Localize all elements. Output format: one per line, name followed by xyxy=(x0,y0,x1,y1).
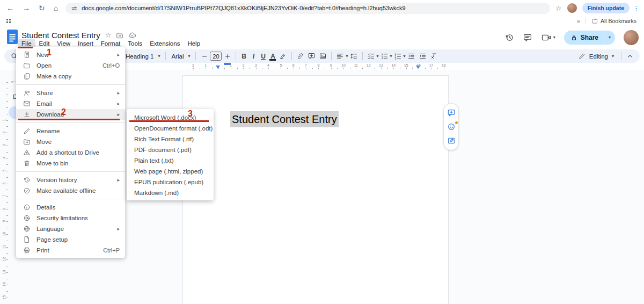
increase-indent-icon[interactable] xyxy=(417,50,428,62)
video-call-caret-icon[interactable]: ▾ xyxy=(553,35,555,40)
forward-icon[interactable]: → xyxy=(23,4,30,12)
download-format-item[interactable]: Web page (.html, zipped) xyxy=(127,166,214,177)
editing-mode-button[interactable]: Editing ▾ xyxy=(574,53,618,60)
decrease-indent-icon[interactable] xyxy=(406,50,417,62)
italic-button[interactable]: I xyxy=(248,53,258,60)
font-size-input[interactable]: 20 xyxy=(210,52,222,61)
add-comment-icon[interactable] xyxy=(306,50,317,62)
highlight-color-icon[interactable] xyxy=(277,50,289,62)
paragraph-style-select[interactable]: Heading 1 ▾ xyxy=(123,53,163,60)
star-document-icon[interactable]: ☆ xyxy=(105,32,112,39)
decrease-font-size-button[interactable] xyxy=(199,50,210,62)
file-menu-item[interactable]: New ▸ xyxy=(16,49,125,60)
file-menu-item[interactable]: Page setup xyxy=(16,234,125,245)
ruler-number: 12 xyxy=(366,63,371,67)
file-menu-item[interactable]: Rename xyxy=(16,126,125,136)
download-format-item[interactable]: Rich Text Format (.rtf) xyxy=(127,134,214,144)
document-heading[interactable]: Student Contest Entry xyxy=(230,113,339,126)
download-format-item[interactable]: OpenDocument format (.odt) xyxy=(127,123,214,134)
file-menu-item[interactable]: Version history ▸ xyxy=(16,175,125,185)
increase-font-size-button[interactable] xyxy=(222,50,233,62)
emoji-reaction-button[interactable] xyxy=(447,122,456,131)
video-call-button[interactable]: ▾ xyxy=(541,32,555,43)
finish-update-button[interactable]: Finish update xyxy=(582,3,630,13)
add-comment-button[interactable] xyxy=(447,108,456,117)
bulleted-list-caret-icon[interactable]: ▾ xyxy=(390,54,392,59)
download-format-item[interactable]: EPUB publication (.epub) xyxy=(127,177,214,187)
account-avatar[interactable] xyxy=(624,30,639,45)
all-bookmarks-button[interactable]: All Bookmarks xyxy=(591,18,636,24)
selected-text[interactable]: Student Contest Entry xyxy=(230,111,339,127)
file-menu-item[interactable]: Open Ctrl+O xyxy=(16,60,125,71)
share-caret-icon[interactable]: ▾ xyxy=(604,31,615,45)
file-menu-item[interactable]: Download ▸ xyxy=(16,109,125,120)
font-family-select[interactable]: Arial ▾ xyxy=(169,53,193,60)
clear-formatting-icon[interactable] xyxy=(428,50,440,62)
back-icon[interactable]: ← xyxy=(6,4,14,12)
numbered-list-caret-icon[interactable]: ▾ xyxy=(404,54,406,59)
bookmarks-overflow-icon[interactable]: » xyxy=(577,18,580,24)
menu-bar-item[interactable]: Help xyxy=(184,39,204,48)
file-menu-item[interactable]: Make available offline xyxy=(16,185,125,196)
image-suggestion-button[interactable] xyxy=(447,136,456,145)
ruler-tick xyxy=(294,68,294,69)
checklist-icon[interactable] xyxy=(365,50,377,62)
align-left-icon[interactable] xyxy=(334,50,346,62)
document-title[interactable]: Student Contest Entry xyxy=(21,31,100,40)
line-spacing-icon[interactable] xyxy=(348,50,360,62)
download-format-item[interactable]: PDF document (.pdf) xyxy=(127,144,214,155)
text-color-button[interactable]: A xyxy=(268,53,277,60)
share-button[interactable]: Share ▾ xyxy=(564,31,615,45)
home-icon[interactable]: ⌂ xyxy=(54,4,58,12)
bulleted-list-icon[interactable] xyxy=(379,50,390,62)
document-page[interactable]: Student Contest Entry xyxy=(182,75,449,304)
ruler-tick xyxy=(6,285,8,285)
version-history-icon[interactable] xyxy=(504,33,514,42)
align-caret-icon[interactable]: ▾ xyxy=(346,54,348,59)
comments-icon[interactable] xyxy=(523,33,532,42)
menu-divider xyxy=(16,171,125,172)
insert-link-icon[interactable] xyxy=(295,50,306,62)
browser-profile-avatar[interactable] xyxy=(567,3,577,13)
reload-icon[interactable]: ↻ xyxy=(39,4,45,12)
bookmark-star-icon[interactable]: ☆ xyxy=(555,4,562,12)
checklist-caret-icon[interactable]: ▾ xyxy=(377,54,379,59)
google-docs-logo[interactable] xyxy=(6,29,19,45)
ruler-number: 17 xyxy=(428,63,434,67)
file-menu-item[interactable]: Move xyxy=(16,136,125,147)
file-menu-item[interactable]: Add a shortcut to Drive xyxy=(16,147,125,158)
ruler-tick xyxy=(431,68,431,69)
document-tab-item[interactable] xyxy=(9,106,17,119)
move-document-icon[interactable] xyxy=(116,32,123,39)
file-menu-item[interactable]: Make a copy xyxy=(16,71,125,82)
underline-button[interactable]: U xyxy=(258,53,268,60)
numbered-list-icon[interactable] xyxy=(392,50,404,62)
menu-bar-item[interactable]: Tools xyxy=(124,39,146,48)
ruler-tick xyxy=(6,279,8,279)
file-menu-item[interactable]: Print Ctrl+P xyxy=(16,245,125,256)
insert-image-icon[interactable] xyxy=(317,50,328,62)
ruler-number: 12 xyxy=(2,256,6,263)
ruler-tick xyxy=(299,68,300,69)
file-menu-item[interactable]: Move to bin xyxy=(16,158,125,169)
url-text[interactable]: docs.google.com/document/d/17SNIW1PrruBP… xyxy=(82,5,406,11)
download-format-item[interactable]: Markdown (.md) xyxy=(127,187,214,198)
browser-menu-icon[interactable]: ⋮ xyxy=(633,4,640,12)
file-menu-item[interactable]: Details xyxy=(16,202,125,213)
menu-item-label: Version history xyxy=(36,177,77,183)
site-info-icon[interactable] xyxy=(71,5,78,12)
file-menu-item[interactable]: Email ▸ xyxy=(16,98,125,109)
toolbar-divider xyxy=(195,52,196,60)
file-menu-item[interactable]: Security limitations xyxy=(16,213,125,223)
menu-bar-item[interactable]: Extensions xyxy=(146,39,184,48)
ruler-tick xyxy=(387,68,388,69)
file-menu-item[interactable]: Language ▸ xyxy=(16,223,125,234)
apps-grid-icon[interactable] xyxy=(5,18,12,24)
bold-button[interactable]: B xyxy=(239,53,248,60)
ruler-tick xyxy=(6,272,8,273)
hide-menus-icon[interactable] xyxy=(624,50,635,62)
submenu-arrow-icon: ▸ xyxy=(117,227,120,231)
address-bar[interactable]: docs.google.com/document/d/17SNIW1PrruBP… xyxy=(65,3,550,14)
download-format-item[interactable]: Plain text (.txt) xyxy=(127,155,214,166)
file-menu-item[interactable]: Share ▸ xyxy=(16,88,125,98)
